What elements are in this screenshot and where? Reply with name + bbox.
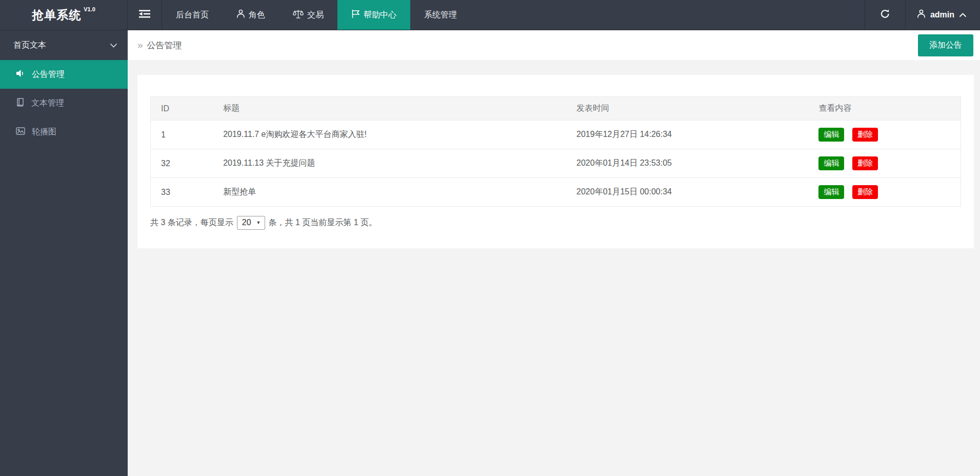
cell-title: 新型抢单: [213, 178, 566, 207]
speaker-icon: [16, 69, 25, 80]
topnav-item-system[interactable]: 系统管理: [410, 0, 471, 30]
page-title: 公告管理: [147, 39, 182, 51]
pagination-bar: 共 3 条记录，每页显示 20 ▼ 条，共 1 页当前显示第 1 页。: [150, 216, 961, 230]
user-menu[interactable]: admin: [905, 0, 980, 30]
app-logo[interactable]: 抢单系统 V1.0: [0, 0, 128, 30]
sidebar: 首页文本 公告管理 文本管理: [0, 30, 128, 476]
book-icon: [16, 98, 25, 109]
refresh-icon: [880, 9, 890, 21]
topnav-label: 角色: [249, 10, 265, 21]
cell-actions: 编辑 删除: [808, 121, 961, 149]
topnav-item-dashboard[interactable]: 后台首页: [162, 0, 223, 30]
chevron-up-icon: [959, 10, 967, 19]
flag-icon: [351, 9, 360, 21]
column-header-actions: 查看内容: [808, 97, 961, 121]
column-header-time: 发表时间: [566, 97, 808, 121]
image-icon: [16, 127, 25, 137]
pagination-suffix: 条，共 1 页当前显示第 1 页。: [269, 217, 377, 228]
refresh-button[interactable]: [865, 0, 905, 30]
topnav-label: 系统管理: [424, 10, 457, 21]
edit-button[interactable]: 编辑: [818, 185, 844, 199]
sidebar-item-label: 轮播图: [32, 127, 56, 137]
cell-time: 2020年01月14日 23:53:05: [566, 149, 808, 178]
delete-button[interactable]: 删除: [852, 185, 878, 199]
app-version: V1.0: [84, 6, 95, 12]
table-header-row: ID 标题 发表时间 查看内容: [151, 97, 961, 121]
app-title: 抢单系统: [32, 7, 81, 23]
username: admin: [930, 10, 954, 19]
chevron-down-icon: [110, 41, 117, 50]
user-icon: [236, 9, 245, 21]
sidebar-collapse-button[interactable]: [128, 0, 162, 30]
cell-time: 2019年12月27日 14:26:34: [566, 121, 808, 149]
cell-id: 1: [151, 121, 213, 149]
topnav-label: 帮助中心: [364, 10, 396, 21]
breadcrumb-bar: » 公告管理 添加公告: [128, 30, 980, 60]
edit-button[interactable]: 编辑: [818, 128, 844, 142]
page-size-value: 20: [242, 218, 251, 227]
hamburger-icon: [139, 10, 150, 20]
cell-actions: 编辑 删除: [808, 178, 961, 207]
table-row: 32 2019.11.13 关于充提问题 2020年01月14日 23:53:0…: [151, 149, 961, 178]
cell-title: 2019.11.7 e淘购欢迎各大平台商家入驻!: [213, 121, 566, 149]
scales-icon: [293, 9, 304, 21]
edit-button[interactable]: 编辑: [818, 156, 844, 170]
cell-id: 33: [151, 178, 213, 207]
page-size-select[interactable]: 20 ▼: [237, 216, 265, 230]
topnav-item-help-center[interactable]: 帮助中心: [337, 0, 410, 30]
add-announcement-button[interactable]: 添加公告: [918, 34, 973, 56]
user-icon: [917, 9, 926, 21]
topnav-item-trade[interactable]: 交易: [279, 0, 337, 30]
cell-id: 32: [151, 149, 213, 178]
sidebar-item-announcements[interactable]: 公告管理: [0, 60, 128, 89]
announcement-table-card: ID 标题 发表时间 查看内容 1 2019.11.7 e淘购欢迎各大平台商家入…: [137, 75, 974, 248]
cell-time: 2020年01月15日 00:00:34: [566, 178, 808, 207]
topnav-item-roles[interactable]: 角色: [223, 0, 279, 30]
sidebar-item-label: 文本管理: [31, 98, 64, 109]
sidebar-item-carousel[interactable]: 轮播图: [0, 117, 128, 146]
sidebar-section-label: 首页文本: [13, 40, 46, 51]
table-row: 1 2019.11.7 e淘购欢迎各大平台商家入驻! 2019年12月27日 1…: [151, 121, 961, 149]
pagination-prefix: 共 3 条记录，每页显示: [150, 217, 233, 228]
cell-title: 2019.11.13 关于充提问题: [213, 149, 566, 178]
topbar-right: admin: [865, 0, 980, 30]
topnav-label: 后台首页: [176, 10, 209, 21]
main-content: » 公告管理 添加公告 ID 标题 发表时间 查看内容 1 2019.11.7 …: [128, 0, 980, 248]
breadcrumb-icon: »: [137, 39, 143, 51]
announcement-table: ID 标题 发表时间 查看内容 1 2019.11.7 e淘购欢迎各大平台商家入…: [150, 96, 961, 207]
column-header-id: ID: [151, 97, 213, 121]
select-arrow-icon: ▼: [256, 220, 261, 225]
delete-button[interactable]: 删除: [852, 156, 878, 170]
delete-button[interactable]: 删除: [852, 128, 878, 142]
cell-actions: 编辑 删除: [808, 149, 961, 178]
column-header-title: 标题: [213, 97, 566, 121]
sidebar-item-label: 公告管理: [32, 69, 65, 80]
sidebar-section-home-text[interactable]: 首页文本: [0, 30, 128, 60]
topnav-label: 交易: [307, 10, 324, 21]
sidebar-item-text-management[interactable]: 文本管理: [0, 89, 128, 117]
topbar: 抢单系统 V1.0 后台首页 角色: [0, 0, 980, 30]
top-navigation: 后台首页 角色: [162, 0, 471, 30]
table-row: 33 新型抢单 2020年01月15日 00:00:34 编辑 删除: [151, 178, 961, 207]
